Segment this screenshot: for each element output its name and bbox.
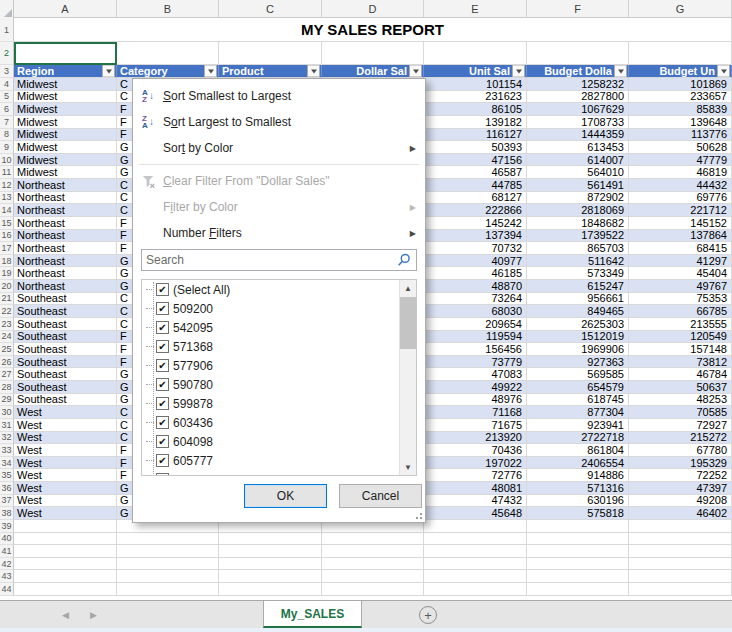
row-number-43[interactable]: 43	[0, 570, 14, 583]
cell-region[interactable]: West	[14, 482, 117, 495]
cell-unit-sales[interactable]: 213920	[424, 432, 527, 445]
cell-unit-sales[interactable]: 48870	[424, 280, 527, 293]
list-scrollbar[interactable]: ▲ ▼	[399, 280, 416, 475]
cell-budget-dollars[interactable]: 575818	[527, 507, 629, 520]
scrollbar-thumb[interactable]	[400, 297, 416, 349]
cell-budget-dollars[interactable]: 872902	[527, 192, 629, 205]
cell-unit-sales[interactable]: 197022	[424, 457, 527, 470]
empty-cell[interactable]	[629, 570, 732, 583]
cell-region[interactable]: Midwest	[14, 129, 117, 142]
empty-cell[interactable]	[322, 42, 424, 65]
row-number-39[interactable]: 39	[0, 520, 14, 533]
empty-cell[interactable]	[219, 42, 322, 65]
cell-budget-units[interactable]: 48253	[629, 394, 732, 407]
cell-budget-units[interactable]: 137864	[629, 230, 732, 243]
empty-cell[interactable]	[527, 42, 629, 65]
cell-unit-sales[interactable]: 44785	[424, 179, 527, 192]
cell-budget-dollars[interactable]: 630196	[527, 495, 629, 508]
cell-unit-sales[interactable]: 71675	[424, 419, 527, 432]
empty-cell[interactable]	[219, 558, 322, 571]
cell-budget-dollars[interactable]: 561491	[527, 179, 629, 192]
filter-value-item[interactable]: ✔604098	[142, 432, 416, 451]
empty-cell[interactable]	[527, 520, 629, 533]
filter-value-item[interactable]: ✔599878	[142, 394, 416, 413]
cell-unit-sales[interactable]: 70436	[424, 444, 527, 457]
cell-budget-units[interactable]: 50628	[629, 141, 732, 154]
row-number-35[interactable]: 35	[0, 469, 14, 482]
cell-region[interactable]: Southeast	[14, 356, 117, 369]
table-header-cell[interactable]: Region	[14, 65, 117, 78]
empty-cell[interactable]	[424, 545, 527, 558]
cell-budget-units[interactable]: 46402	[629, 507, 732, 520]
cell-budget-dollars[interactable]: 927363	[527, 356, 629, 369]
cancel-button[interactable]: Cancel	[339, 484, 422, 508]
search-input[interactable]	[142, 250, 392, 270]
cell-budget-units[interactable]: 70585	[629, 406, 732, 419]
add-sheet-button[interactable]: +	[419, 606, 437, 624]
column-header-E[interactable]: E	[424, 0, 527, 17]
empty-cell[interactable]	[117, 558, 219, 571]
cell-unit-sales[interactable]: 73264	[424, 293, 527, 306]
filter-button[interactable]	[409, 65, 422, 78]
cell-region[interactable]: West	[14, 419, 117, 432]
row-number-24[interactable]: 24	[0, 331, 14, 344]
cell-unit-sales[interactable]: 70732	[424, 242, 527, 255]
row-number-40[interactable]: 40	[0, 533, 14, 546]
cell-unit-sales[interactable]: 47156	[424, 154, 527, 167]
row-number-20[interactable]: 20	[0, 280, 14, 293]
cell-unit-sales[interactable]: 48976	[424, 394, 527, 407]
cell-region[interactable]: Midwest	[14, 116, 117, 129]
empty-cell[interactable]	[424, 583, 527, 596]
row-number-2[interactable]: 2	[0, 42, 14, 65]
column-header-G[interactable]: G	[629, 0, 732, 17]
row-number-3[interactable]: 3	[0, 65, 14, 78]
cell-budget-units[interactable]: 46819	[629, 166, 732, 179]
cell-budget-dollars[interactable]: 849465	[527, 305, 629, 318]
empty-cell[interactable]	[527, 533, 629, 546]
empty-cell[interactable]	[527, 545, 629, 558]
cell-region[interactable]: Northeast	[14, 280, 117, 293]
cell-unit-sales[interactable]: 72776	[424, 469, 527, 482]
empty-cell[interactable]	[527, 570, 629, 583]
cell-budget-units[interactable]: 72927	[629, 419, 732, 432]
cell-region[interactable]: Northeast	[14, 179, 117, 192]
filter-value-item[interactable]: ✔612624	[142, 470, 416, 476]
filter-button[interactable]	[717, 65, 730, 78]
row-number-21[interactable]: 21	[0, 293, 14, 306]
menu-item-number-filters[interactable]: Number Filters▶	[133, 220, 425, 246]
cell-region[interactable]: Southeast	[14, 305, 117, 318]
cell-budget-dollars[interactable]: 1258232	[527, 78, 629, 91]
cell-budget-dollars[interactable]: 618745	[527, 394, 629, 407]
row-number-36[interactable]: 36	[0, 482, 14, 495]
cell-budget-units[interactable]: 213555	[629, 318, 732, 331]
row-number-14[interactable]: 14	[0, 204, 14, 217]
cell-unit-sales[interactable]: 68030	[424, 305, 527, 318]
filter-button[interactable]	[614, 65, 627, 78]
checkbox-checked[interactable]: ✔	[156, 397, 169, 410]
cell-region[interactable]: Northeast	[14, 267, 117, 280]
row-number-13[interactable]: 13	[0, 192, 14, 205]
row-number-12[interactable]: 12	[0, 179, 14, 192]
row-number-44[interactable]: 44	[0, 583, 14, 596]
cell-budget-units[interactable]: 44432	[629, 179, 732, 192]
cell-unit-sales[interactable]: 137394	[424, 230, 527, 243]
row-number-41[interactable]: 41	[0, 545, 14, 558]
row-number-25[interactable]: 25	[0, 343, 14, 356]
cell-budget-dollars[interactable]: 2827800	[527, 91, 629, 104]
sheet-tab-my-sales[interactable]: My_SALES	[263, 601, 362, 628]
table-header-cell[interactable]: Budget Dolla	[527, 65, 629, 78]
cell-region[interactable]: Southeast	[14, 331, 117, 344]
cell-region[interactable]: Midwest	[14, 91, 117, 104]
row-number-32[interactable]: 32	[0, 432, 14, 445]
cell-budget-units[interactable]: 101869	[629, 78, 732, 91]
empty-cell[interactable]	[14, 558, 117, 571]
empty-cell[interactable]	[322, 545, 424, 558]
cell-budget-dollars[interactable]: 923941	[527, 419, 629, 432]
cell-unit-sales[interactable]: 139182	[424, 116, 527, 129]
cell-budget-units[interactable]: 46784	[629, 368, 732, 381]
row-number-23[interactable]: 23	[0, 318, 14, 331]
row-number-1[interactable]: 1	[0, 18, 14, 42]
cell-budget-dollars[interactable]: 1708733	[527, 116, 629, 129]
row-number-9[interactable]: 9	[0, 141, 14, 154]
row-number-42[interactable]: 42	[0, 558, 14, 571]
